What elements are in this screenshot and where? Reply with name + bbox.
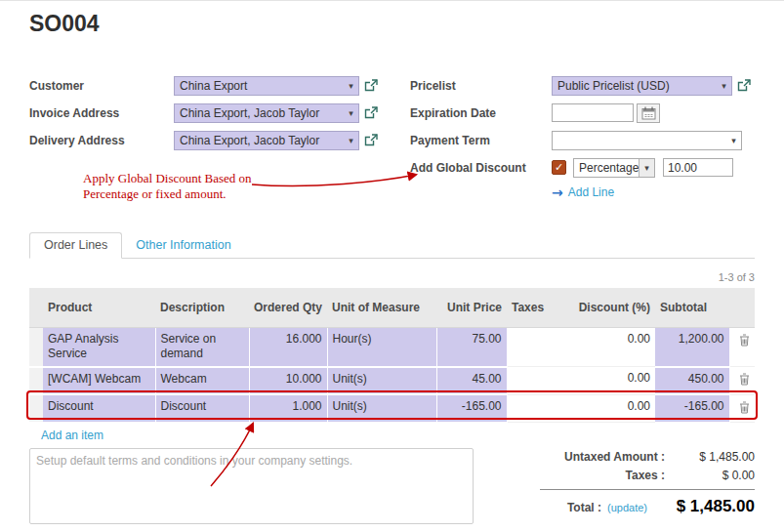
cell-unit-price[interactable]: 75.00 [436,327,507,367]
terms-conditions-textarea[interactable] [29,448,474,524]
tab-order-lines[interactable]: Order Lines [29,232,122,259]
table-row[interactable]: GAP Analysis Service Service on demand 1… [29,327,755,367]
discount-type-value: Percentage [574,161,639,175]
row-handle[interactable] [29,327,43,367]
col-unit-price[interactable]: Unit Price [436,288,507,327]
cell-qty[interactable]: 16.000 [249,327,327,367]
left-field-column: Customer China Export ▾ Invoice Address … [29,75,398,157]
col-taxes[interactable]: Taxes [507,288,559,327]
cell-qty[interactable]: 10.000 [249,367,327,395]
pager: 1-3 of 3 [719,271,755,283]
global-discount-label: Add Global Discount [410,161,552,175]
total-label: Total : [511,501,601,514]
cell-taxes[interactable] [507,394,559,423]
delivery-address-external-link-icon[interactable] [364,134,378,146]
col-product[interactable]: Product [43,288,155,327]
totals-divider [540,489,755,490]
pricelist-select[interactable]: Public Pricelist (USD) ▾ [552,76,732,96]
page-title: SO004 [29,11,100,37]
invoice-address-external-link-icon[interactable] [364,106,378,119]
cell-product[interactable]: GAP Analysis Service [43,327,155,367]
annotation-global-discount: Apply Global Discount Based on Percentag… [83,171,252,203]
cell-uom[interactable]: Unit(s) [327,367,436,395]
cell-taxes[interactable] [507,367,559,395]
invoice-address-field-row: Invoice Address China Export, Jacob Tayl… [29,102,398,123]
untaxed-amount-label: Untaxed Amount : [511,450,665,464]
table-row[interactable]: [WCAM] Webcam Webcam 10.000 Unit(s) 45.0… [29,367,755,395]
chevron-down-icon: ▾ [726,136,741,145]
order-lines-table: Product Description Ordered Qty Unit of … [29,288,755,424]
col-unit-of-measure[interactable]: Unit of Measure [327,288,436,327]
table-row-discount[interactable]: Discount Discount 1.000 Unit(s) -165.00 … [29,394,755,423]
col-subtotal[interactable]: Subtotal [655,288,729,327]
customer-select[interactable]: China Export ▾ [174,76,359,96]
pricelist-field-row: Pricelist Public Pricelist (USD) ▾ [410,75,760,96]
chevron-down-icon: ▾ [717,81,731,91]
cell-uom[interactable]: Unit(s) [327,394,436,423]
add-line-arrow-icon: → [552,184,563,200]
payment-term-label: Payment Term [410,134,552,147]
totals-panel: Untaxed Amount : $ 1,485.00 Taxes : $ 0.… [511,450,755,521]
col-ordered-qty[interactable]: Ordered Qty [249,288,327,327]
row-handle[interactable] [29,394,43,423]
discount-amount-input[interactable] [663,158,733,177]
customer-external-link-icon[interactable] [364,79,378,92]
total-value: $ 1,485.00 [647,497,755,516]
add-an-item-link[interactable]: Add an item [41,429,103,442]
cell-uom[interactable]: Hour(s) [327,327,436,367]
col-description[interactable]: Description [155,288,249,327]
pricelist-external-link-icon[interactable] [737,79,751,92]
customer-value: China Export [175,79,344,93]
taxes-row: Taxes : $ 0.00 [511,469,755,482]
untaxed-amount-row: Untaxed Amount : $ 1,485.00 [511,450,755,464]
chevron-down-icon: ▾ [344,108,358,118]
delete-row-icon[interactable] [735,399,750,417]
delivery-address-select[interactable]: China Export, Jacob Taylor ▾ [174,131,359,150]
right-field-column: Pricelist Public Pricelist (USD) ▾ Expir… [410,75,760,200]
cell-discount[interactable]: 0.00 [559,394,655,423]
cell-description[interactable]: Service on demand [155,327,249,367]
delivery-address-value: China Export, Jacob Taylor [175,134,344,147]
cell-subtotal[interactable]: 450.00 [655,367,729,395]
cell-product[interactable]: Discount [43,394,155,423]
row-handle[interactable] [29,367,43,395]
customer-field-row: Customer China Export ▾ [29,75,398,96]
cell-unit-price[interactable]: 45.00 [436,367,507,395]
invoice-address-select[interactable]: China Export, Jacob Taylor ▾ [174,103,359,123]
check-icon: ✓ [555,161,563,174]
chevron-down-icon: ▾ [344,81,358,91]
cell-discount[interactable]: 0.00 [559,367,655,395]
calendar-icon[interactable] [637,103,660,123]
global-discount-field-row: Add Global Discount ✓ Percentage ▾ [410,157,760,178]
order-lines-table-wrap: Product Description Ordered Qty Unit of … [29,288,755,442]
cell-subtotal[interactable]: -165.00 [655,394,729,423]
delete-row-icon[interactable] [735,332,750,349]
expiration-date-field-row: Expiration Date [410,102,760,123]
untaxed-amount-value: $ 1,485.00 [665,450,755,464]
add-line-button[interactable]: Add Line [568,185,614,199]
taxes-label: Taxes : [511,469,665,482]
payment-term-select[interactable]: ▾ [552,131,742,150]
cell-subtotal[interactable]: 1,200.00 [655,327,729,367]
pricelist-value: Public Pricelist (USD) [553,79,717,93]
discount-type-select[interactable]: Percentage ▾ [573,158,655,178]
chevron-down-icon: ▾ [639,159,654,177]
tab-other-information[interactable]: Other Information [122,233,244,258]
cell-description[interactable]: Webcam [155,367,249,395]
update-total-link[interactable]: (update) [607,502,647,513]
invoice-address-label: Invoice Address [29,106,174,120]
cell-unit-price[interactable]: -165.00 [436,394,507,423]
cell-taxes[interactable] [507,327,559,367]
global-discount-checkbox[interactable]: ✓ [552,160,566,175]
cell-qty[interactable]: 1.000 [249,394,327,423]
sale-order-form: SO004 Customer China Export ▾ Invoice Ad… [0,0,784,532]
cell-description[interactable]: Discount [155,394,249,423]
total-row: Total : (update) $ 1,485.00 [511,497,755,516]
expiration-date-input[interactable] [552,103,634,122]
pricelist-label: Pricelist [410,79,552,93]
cell-discount[interactable]: 0.00 [559,327,655,367]
col-discount[interactable]: Discount (%) [559,288,655,327]
cell-product[interactable]: [WCAM] Webcam [43,367,155,395]
table-header-row: Product Description Ordered Qty Unit of … [29,288,755,327]
delete-row-icon[interactable] [735,371,750,389]
